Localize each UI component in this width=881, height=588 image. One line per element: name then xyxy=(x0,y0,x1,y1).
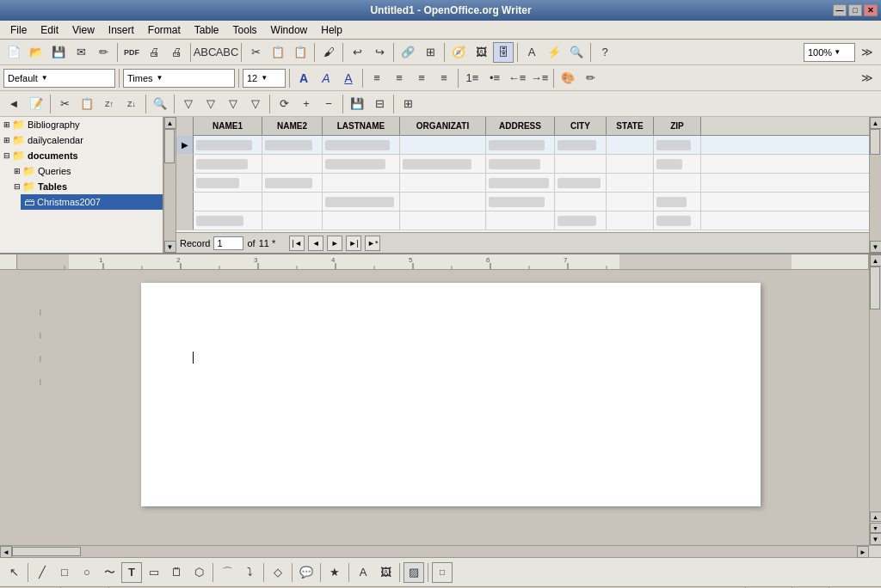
table-view-btn[interactable]: ⊟ xyxy=(369,94,390,114)
menu-file[interactable]: File xyxy=(3,22,34,38)
record-prev-btn[interactable]: ◄ xyxy=(308,236,323,251)
cell-name2-1[interactable] xyxy=(262,136,323,154)
filter-btn[interactable]: ▽ xyxy=(178,94,199,114)
cell-org-5[interactable] xyxy=(400,211,486,230)
sort-za-btn[interactable]: Z↓ xyxy=(121,94,142,114)
italic-button[interactable]: A xyxy=(316,68,336,89)
table-edit-btn[interactable]: 📝 xyxy=(26,94,46,114)
align-right-button[interactable]: ≡ xyxy=(411,68,432,89)
hyperlink-button[interactable]: 🔗 xyxy=(397,42,418,63)
table-button[interactable]: ⊞ xyxy=(420,42,440,63)
tree-toggle-tables[interactable]: ⊟ xyxy=(14,182,21,191)
spellcheck-button[interactable]: ABC xyxy=(194,42,215,63)
hscroll-thumb[interactable] xyxy=(12,547,81,556)
record-new-btn[interactable]: ►* xyxy=(365,236,380,251)
formatting-options[interactable]: ≫ xyxy=(857,68,878,89)
size-dropdown[interactable]: 12 ▼ xyxy=(243,69,286,88)
zoom-box[interactable]: 100% ▼ xyxy=(804,43,855,62)
split-scrollbar-v[interactable]: ▲ ▼ xyxy=(869,117,881,253)
split-scroll-track[interactable] xyxy=(870,129,881,241)
spellcheck2-button[interactable]: ABC xyxy=(217,42,237,63)
open-button[interactable]: 📂 xyxy=(26,42,46,63)
new-button[interactable]: 📄 xyxy=(3,42,24,63)
sidebar-item-queries[interactable]: ⊞ 📁 Queries xyxy=(10,163,163,179)
sidebar-item-christmas2007[interactable]: 🗃 Christmas2007 xyxy=(21,194,163,210)
cell-lastname-1[interactable] xyxy=(323,136,400,154)
sidebar-scroll-down[interactable]: ▼ xyxy=(164,241,176,253)
cell-org-1[interactable] xyxy=(400,136,486,154)
menu-view[interactable]: View xyxy=(65,22,102,38)
increase-indent-button[interactable]: →≡ xyxy=(529,68,550,89)
macro-button[interactable]: ⚡ xyxy=(544,42,564,63)
cut-button[interactable]: ✂ xyxy=(245,42,266,63)
cell-addr-2[interactable] xyxy=(486,155,555,173)
freehand-tool[interactable]: 〜 xyxy=(99,562,120,583)
grid-row[interactable] xyxy=(176,174,869,193)
text-tool[interactable]: T xyxy=(121,562,142,583)
cell-zip-2[interactable] xyxy=(654,155,701,173)
flowchart-tool[interactable]: ◇ xyxy=(268,562,288,583)
toolbar-options[interactable]: ≫ xyxy=(857,42,878,63)
cell-city-1[interactable] xyxy=(555,136,607,154)
cell-lastname-3[interactable] xyxy=(323,174,400,192)
split-scroll-thumb[interactable] xyxy=(870,129,880,155)
tree-toggle-queries[interactable]: ⊞ xyxy=(14,167,21,175)
menu-table[interactable]: Table xyxy=(188,22,226,38)
sidebar-scroll-thumb[interactable] xyxy=(164,129,175,163)
sidebar-item-documents[interactable]: ⊟ 📁 documents xyxy=(0,148,163,163)
cell-zip-1[interactable] xyxy=(654,136,701,154)
grid-row[interactable] xyxy=(176,155,869,174)
hscroll-right[interactable]: ► xyxy=(857,546,869,558)
gallery-button[interactable]: 🖼 xyxy=(471,42,491,63)
main-scroll-down[interactable]: ▼ xyxy=(870,533,882,545)
align-left-button[interactable]: ≡ xyxy=(367,68,387,89)
verttext-tool[interactable]: 🗒 xyxy=(166,562,187,583)
cell-state-5[interactable] xyxy=(607,211,654,230)
tree-toggle-dailycalendar[interactable]: ⊞ xyxy=(3,136,10,144)
highlight-button[interactable]: ✏ xyxy=(580,68,601,89)
cell-city-3[interactable] xyxy=(555,174,607,192)
cell-org-3[interactable] xyxy=(400,174,486,192)
cell-addr-5[interactable] xyxy=(486,211,555,230)
table-nav-btn[interactable]: ◄ xyxy=(3,94,24,114)
save-record-btn[interactable]: 💾 xyxy=(347,94,367,114)
cell-name2-5[interactable] xyxy=(262,211,323,230)
style-dropdown[interactable]: Default ▼ xyxy=(3,69,115,88)
scissors-btn[interactable]: ✂ xyxy=(54,94,75,114)
menu-edit[interactable]: Edit xyxy=(34,22,65,38)
record-last-btn[interactable]: ►| xyxy=(346,236,361,251)
cell-city-5[interactable] xyxy=(555,211,607,230)
record-next-btn[interactable]: ► xyxy=(327,236,342,251)
menu-tools[interactable]: Tools xyxy=(226,22,264,38)
main-scroll-up[interactable]: ▲ xyxy=(870,254,882,266)
pdf-button[interactable]: PDF xyxy=(121,42,142,63)
cell-zip-4[interactable] xyxy=(654,193,701,211)
bold-button[interactable]: A xyxy=(293,68,314,89)
menu-help[interactable]: Help xyxy=(314,22,349,38)
stars-tool[interactable]: ★ xyxy=(324,562,345,583)
hscroll-left[interactable]: ◄ xyxy=(0,546,12,558)
cell-name1-2[interactable] xyxy=(194,155,262,173)
datasource-button[interactable]: 🗄 xyxy=(493,42,514,63)
line-tool[interactable]: ╱ xyxy=(32,562,52,583)
sort-az-btn[interactable]: Z↑ xyxy=(99,94,120,114)
cell-lastname-5[interactable] xyxy=(323,211,400,230)
cell-name1-5[interactable] xyxy=(194,211,262,230)
minimize-button[interactable]: — xyxy=(833,4,847,16)
print-preview-button[interactable]: 🖨 xyxy=(144,42,164,63)
select-tool[interactable]: ↖ xyxy=(3,562,24,583)
hscroll-track[interactable] xyxy=(12,546,857,557)
grid-row[interactable]: ▶ xyxy=(176,136,869,155)
new-record-btn[interactable]: + xyxy=(296,94,317,114)
cell-addr-3[interactable] xyxy=(486,174,555,192)
filter4-btn[interactable]: ▽ xyxy=(245,94,266,114)
cell-name2-2[interactable] xyxy=(262,155,323,173)
cell-state-1[interactable] xyxy=(607,136,654,154)
copy-button[interactable]: 📋 xyxy=(268,42,288,63)
main-scroll-thumb[interactable] xyxy=(870,266,880,309)
cell-state-2[interactable] xyxy=(607,155,654,173)
bullets-button[interactable]: •≡ xyxy=(484,68,505,89)
maximize-button[interactable]: □ xyxy=(848,4,862,16)
font-dropdown[interactable]: Times ▼ xyxy=(123,69,235,88)
shadow-tool[interactable]: ▨ xyxy=(404,562,424,583)
